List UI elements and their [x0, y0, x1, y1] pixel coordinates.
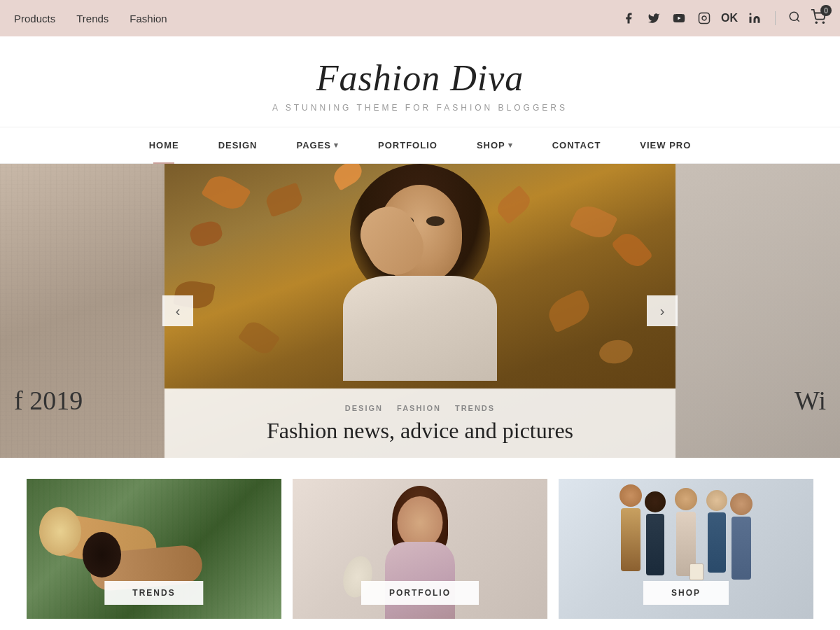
card-trends[interactable]: TRENDS: [27, 479, 281, 619]
top-bar: Products Trends Fashion OK: [0, 0, 840, 36]
svg-point-7: [816, 22, 817, 23]
card-shop-label: SHOP: [643, 581, 729, 605]
card-portfolio-label: PORTFOLIO: [361, 581, 479, 605]
topbar-fashion-link[interactable]: Fashion: [130, 13, 167, 24]
main-nav: HOME DESIGN PAGES ▾ PORTFOLIO SHOP ▾ CON…: [0, 127, 840, 164]
hero-slider: f 2019 Wi: [0, 164, 840, 458]
site-title: Fashion Diva: [14, 57, 826, 99]
slider-main: DESIGN FASHION TRENDS Fashion news, advi…: [164, 164, 676, 458]
slider-tag-design: DESIGN: [345, 404, 383, 412]
svg-point-5: [790, 12, 798, 20]
topbar-trends-link[interactable]: Trends: [76, 13, 108, 24]
topbar-nav: Products Trends Fashion: [14, 13, 167, 24]
facebook-icon[interactable]: [621, 10, 636, 26]
nav-home[interactable]: HOME: [130, 127, 199, 163]
instagram-icon[interactable]: [696, 10, 712, 26]
slider-next-button[interactable]: ›: [647, 295, 678, 326]
card-shop[interactable]: SHOP: [559, 479, 813, 619]
topbar-right: OK 0: [621, 9, 826, 27]
svg-point-4: [750, 13, 752, 15]
slider-tag-fashion: FASHION: [397, 404, 441, 412]
site-header: Fashion Diva A Stunning Theme for Fashio…: [0, 36, 840, 127]
nav-view-pro[interactable]: VIEW PRO: [620, 127, 710, 163]
slider-right-preview: Wi: [676, 164, 840, 458]
svg-rect-3: [750, 17, 752, 23]
slider-prev-button[interactable]: ‹: [162, 295, 193, 326]
svg-line-6: [797, 19, 799, 21]
odnoklassniki-icon[interactable]: OK: [722, 10, 737, 26]
cart-count: 0: [820, 5, 832, 16]
slider-tag-trends: TRENDS: [455, 404, 495, 412]
slider-left-text: f 2019: [14, 385, 83, 416]
card-portfolio[interactable]: PORTFOLIO: [293, 479, 547, 619]
nav-design[interactable]: DESIGN: [199, 127, 277, 163]
topbar-products-link[interactable]: Products: [14, 13, 55, 24]
slider-left-preview: f 2019: [0, 164, 164, 458]
shop-dropdown-arrow: ▾: [508, 141, 513, 150]
nav-contact[interactable]: CONTACT: [533, 127, 621, 163]
pages-dropdown-arrow: ▾: [334, 141, 339, 150]
svg-point-8: [822, 22, 824, 23]
youtube-icon[interactable]: [671, 10, 687, 26]
svg-rect-1: [699, 13, 710, 24]
nav-shop[interactable]: SHOP ▾: [457, 127, 533, 163]
cart-button[interactable]: 0: [811, 9, 826, 27]
nav-pages[interactable]: PAGES ▾: [276, 127, 358, 163]
nav-portfolio[interactable]: PORTFOLIO: [358, 127, 457, 163]
search-icon[interactable]: [788, 10, 801, 27]
card-trends-label: TRENDS: [104, 581, 203, 605]
slider-title: Fashion news, advice and pictures: [178, 418, 662, 444]
slider-right-text: Wi: [794, 385, 826, 416]
card-grid: TRENDS PORTFOLIO: [0, 479, 840, 619]
twitter-icon[interactable]: [646, 10, 662, 26]
slider-overlay: DESIGN FASHION TRENDS Fashion news, advi…: [164, 388, 676, 458]
site-subtitle: A Stunning Theme for Fashion Bloggers: [14, 103, 826, 113]
slider-tags: DESIGN FASHION TRENDS: [178, 404, 662, 412]
linkedin-icon[interactable]: [747, 10, 762, 26]
divider: [775, 11, 776, 25]
